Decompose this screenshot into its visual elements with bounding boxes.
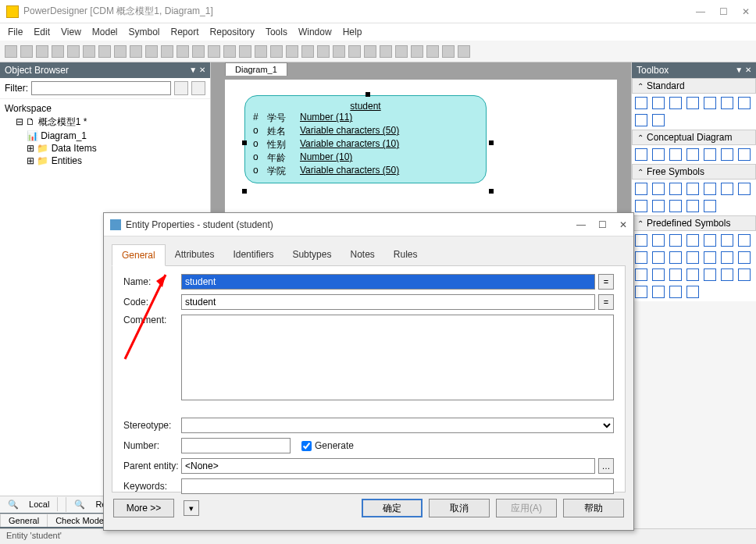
toolbar-icon[interactable]: [114, 45, 127, 58]
menu-view[interactable]: View: [61, 27, 81, 37]
tool-triangle-icon[interactable]: [635, 234, 647, 247]
toolbar-icon[interactable]: [98, 45, 111, 58]
tool-misc-icon[interactable]: [686, 286, 699, 298]
tool-misc-icon[interactable]: [738, 268, 751, 281]
toolbar-icon[interactable]: [67, 45, 80, 58]
toolbar-icon[interactable]: [458, 45, 470, 58]
toolbar-icon[interactable]: [130, 45, 142, 58]
tool-zoomout-icon[interactable]: [686, 97, 699, 109]
tool-trapezoid-icon[interactable]: [686, 234, 699, 247]
comment-textarea[interactable]: [181, 315, 614, 400]
tool-link-icon[interactable]: [721, 148, 733, 161]
tool-association-icon[interactable]: [704, 148, 716, 161]
name-input[interactable]: [181, 274, 595, 290]
tool-properties-icon[interactable]: [721, 97, 733, 109]
dialog-maximize-button[interactable]: ☐: [598, 219, 607, 230]
filter-input[interactable]: [31, 81, 171, 95]
generate-checkbox[interactable]: Generate: [301, 440, 359, 451]
tool-shape-icon[interactable]: [669, 200, 682, 212]
toolbar-icon[interactable]: [270, 45, 283, 58]
toolbar-icon[interactable]: [395, 45, 408, 58]
tool-misc-icon[interactable]: [652, 286, 665, 298]
tool-text-icon[interactable]: [686, 183, 699, 195]
menu-symbol[interactable]: Symbol: [129, 27, 160, 37]
tool-stack-icon[interactable]: [652, 268, 665, 281]
tool-paste-icon[interactable]: [652, 114, 665, 126]
dialog-titlebar[interactable]: Entity Properties - student (student) — …: [104, 213, 633, 236]
tool-stack3-icon[interactable]: [686, 268, 699, 281]
tool-misc-icon[interactable]: [669, 286, 682, 298]
number-input[interactable]: [181, 438, 291, 453]
toolbar-icon[interactable]: [145, 45, 158, 58]
toolbox-section-free[interactable]: ⌃Free Symbols: [632, 164, 756, 180]
menu-window[interactable]: Window: [298, 27, 332, 37]
toolbar-icon[interactable]: [20, 45, 33, 58]
toolbar-icon[interactable]: [5, 45, 17, 58]
tool-cylinder-icon[interactable]: [704, 268, 716, 281]
tool-flag-icon[interactable]: [721, 251, 733, 264]
selection-handle[interactable]: [489, 140, 494, 145]
toolbar-icon[interactable]: [333, 45, 345, 58]
tool-rrect-icon[interactable]: [635, 200, 647, 212]
tool-ellipse-icon[interactable]: [738, 183, 751, 195]
toolbar-icon[interactable]: [301, 45, 314, 58]
tool-line-icon[interactable]: [652, 183, 665, 195]
tool-zoomin-icon[interactable]: [669, 97, 682, 109]
parent-browse-button[interactable]: …: [598, 458, 614, 474]
selection-handle[interactable]: [242, 189, 247, 194]
tree-node-workspace[interactable]: Workspace: [5, 102, 205, 115]
cancel-button[interactable]: 取消: [429, 499, 490, 517]
dialog-close-button[interactable]: ✕: [619, 219, 627, 230]
tool-arrow-icon[interactable]: [652, 234, 665, 247]
tool-polygon-icon[interactable]: [721, 183, 733, 195]
menu-file[interactable]: File: [8, 27, 23, 37]
name-sync-button[interactable]: =: [598, 274, 614, 290]
tool-octagon-icon[interactable]: [652, 251, 665, 264]
tool-cut-icon[interactable]: [738, 97, 751, 109]
panel-caret-icon[interactable]: ▼ ✕: [735, 62, 751, 78]
menu-report[interactable]: Report: [171, 27, 199, 37]
toolbox-section-conceptual[interactable]: ⌃Conceptual Diagram: [632, 130, 756, 145]
toolbar-icon[interactable]: [208, 45, 220, 58]
entity-student[interactable]: student #学号Number (11) o姓名Variable chara…: [244, 95, 487, 183]
tool-diamond-icon[interactable]: [704, 234, 716, 247]
toolbar-icon[interactable]: [442, 45, 455, 58]
tab-notes[interactable]: Notes: [341, 244, 383, 265]
window-maximize-button[interactable]: ☐: [719, 6, 728, 17]
menu-tools[interactable]: Tools: [266, 27, 287, 37]
parent-input[interactable]: [181, 458, 595, 474]
toolbar-icon[interactable]: [348, 45, 361, 58]
toolbar-icon[interactable]: [177, 45, 189, 58]
menu-help[interactable]: Help: [343, 27, 362, 37]
panel-caret-icon[interactable]: ▼ ✕: [189, 62, 205, 78]
toolbar-icon[interactable]: [223, 45, 236, 58]
toolbar-icon[interactable]: [317, 45, 330, 58]
tab-subtypes[interactable]: Subtypes: [283, 244, 341, 265]
help-button[interactable]: 帮助: [563, 499, 624, 517]
more-button[interactable]: More >>: [113, 499, 174, 517]
tool-shape-icon[interactable]: [704, 200, 716, 212]
tool-copy-icon[interactable]: [635, 114, 647, 126]
tool-hexagon-icon[interactable]: [721, 234, 733, 247]
tool-arc-icon[interactable]: [669, 183, 682, 195]
toolbar-icon[interactable]: [239, 45, 251, 58]
window-close-button[interactable]: ✕: [742, 6, 750, 17]
tool-stack2-icon[interactable]: [669, 268, 682, 281]
apply-button[interactable]: 应用(A): [496, 499, 557, 517]
selection-handle[interactable]: [242, 140, 247, 145]
tool-actor-icon[interactable]: [721, 268, 733, 281]
tab-attributes[interactable]: Attributes: [166, 244, 224, 265]
toolbar-icon[interactable]: [36, 45, 48, 58]
stereotype-select[interactable]: [181, 418, 614, 433]
code-sync-button[interactable]: =: [598, 294, 614, 310]
tool-inheritance-icon[interactable]: [686, 148, 699, 161]
tab-general[interactable]: General: [112, 244, 166, 266]
diagram-tab[interactable]: Diagram_1: [225, 62, 287, 76]
selection-handle[interactable]: [366, 92, 370, 97]
keywords-input[interactable]: [181, 478, 614, 494]
tree-node-diagram[interactable]: 📊 Diagram_1: [5, 130, 205, 142]
toolbar-icon[interactable]: [411, 45, 423, 58]
toolbox-section-predefined[interactable]: ⌃Predefined Symbols: [632, 215, 756, 231]
window-minimize-button[interactable]: —: [696, 6, 705, 17]
tool-hand-icon[interactable]: [652, 97, 665, 109]
